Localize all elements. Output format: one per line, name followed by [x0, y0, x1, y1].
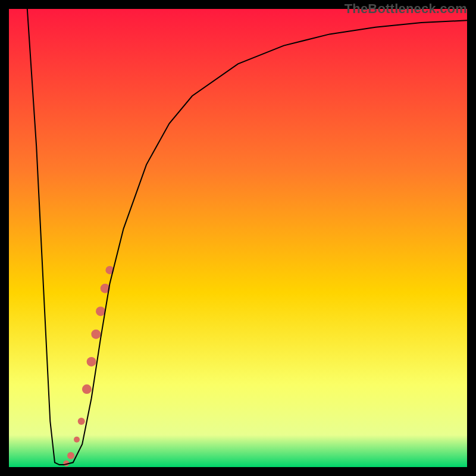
marker-dot — [96, 306, 105, 316]
plot-area — [9, 9, 467, 467]
marker-dot — [74, 437, 80, 443]
chart-svg — [9, 9, 467, 467]
chart-frame: TheBottleneck.com — [0, 0, 476, 476]
marker-dot — [78, 418, 85, 425]
marker-dot — [91, 330, 101, 339]
marker-dot — [82, 384, 92, 394]
marker-dot — [87, 357, 96, 367]
marker-dot — [67, 452, 74, 459]
watermark-text: TheBottleneck.com — [345, 1, 467, 17]
gradient-background — [9, 9, 467, 467]
